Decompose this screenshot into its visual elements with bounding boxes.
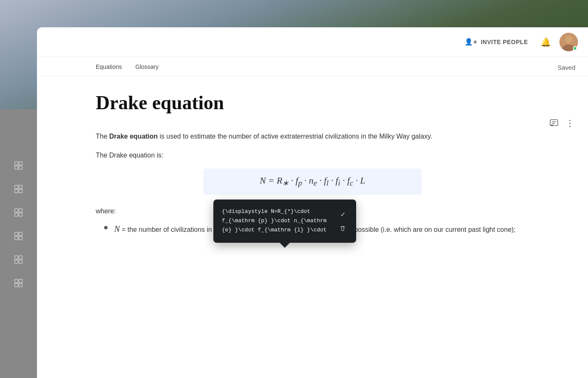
svg-rect-13 bbox=[19, 209, 22, 212]
svg-rect-15 bbox=[15, 232, 18, 236]
svg-rect-11 bbox=[15, 209, 18, 212]
popup-actions: ✓ bbox=[338, 207, 348, 235]
tab-glossary[interactable]: Glossary bbox=[135, 63, 158, 76]
comment-icon[interactable] bbox=[549, 119, 559, 130]
svg-rect-8 bbox=[15, 189, 18, 193]
page-content: Drake equation The Drake equation is use… bbox=[37, 76, 588, 373]
equation-intro: The Drake equation is: bbox=[96, 150, 529, 161]
drake-equation-bold: Drake equation bbox=[109, 133, 158, 140]
svg-rect-18 bbox=[19, 236, 22, 240]
equation-display: N = R∗ · fp · ne · fl · fi · fc · L bbox=[203, 168, 422, 194]
intro-pre: The bbox=[96, 133, 109, 140]
bullet-dot bbox=[104, 226, 108, 229]
svg-rect-16 bbox=[15, 236, 18, 240]
svg-point-32 bbox=[570, 126, 571, 127]
intro-paragraph: The Drake equation is used to estimate t… bbox=[96, 131, 529, 142]
svg-rect-22 bbox=[19, 260, 22, 263]
delete-equation-button[interactable] bbox=[338, 223, 348, 235]
svg-rect-17 bbox=[19, 232, 22, 236]
tabs-bar: Equations Glossary bbox=[37, 57, 588, 76]
svg-rect-7 bbox=[15, 185, 18, 189]
svg-rect-14 bbox=[19, 213, 22, 216]
svg-rect-24 bbox=[15, 284, 18, 287]
confirm-equation-button[interactable]: ✓ bbox=[338, 209, 348, 220]
more-options-icon[interactable] bbox=[565, 119, 575, 130]
svg-point-31 bbox=[570, 123, 571, 124]
code-line-3: {e} }\cdot f_{\mathrm {l} }\cdot bbox=[222, 226, 331, 235]
sidebar-icon-6[interactable] bbox=[13, 277, 24, 289]
svg-rect-27 bbox=[550, 120, 558, 126]
add-person-icon: 👤+ bbox=[465, 38, 477, 46]
online-status-dot bbox=[573, 46, 577, 50]
intro-post: is used to estimate the number of active… bbox=[158, 133, 433, 140]
svg-point-30 bbox=[570, 120, 571, 121]
sidebar-icon-4[interactable] bbox=[13, 230, 24, 242]
svg-rect-25 bbox=[19, 279, 22, 283]
sidebar-icon-2[interactable] bbox=[13, 183, 24, 195]
svg-rect-23 bbox=[15, 279, 18, 283]
invite-people-button[interactable]: 👤+ INVITE PEOPLE bbox=[460, 35, 532, 48]
tab-equations[interactable]: Equations bbox=[96, 63, 122, 76]
page-title: Drake equation bbox=[96, 92, 529, 114]
svg-rect-4 bbox=[15, 166, 18, 169]
svg-rect-10 bbox=[19, 189, 22, 193]
header-bar: 👤+ INVITE PEOPLE 🔔 bbox=[37, 27, 588, 57]
equation-rendered: N = R∗ · fp · ne · fl · fi · fc · L bbox=[260, 175, 365, 186]
svg-point-1 bbox=[565, 36, 572, 43]
svg-rect-5 bbox=[19, 162, 22, 165]
popup-inner: {\displaystyle N=R_{*}\cdot f_{\mathrm {… bbox=[222, 207, 348, 235]
header-actions: 👤+ INVITE PEOPLE 🔔 bbox=[460, 33, 578, 51]
sidebar-icon-1[interactable] bbox=[13, 160, 24, 171]
sidebar-icon-3[interactable] bbox=[13, 207, 24, 218]
collapse-icon: « bbox=[13, 113, 18, 121]
code-line-1: {\displaystyle N=R_{*}\cdot bbox=[222, 207, 331, 216]
sidebar-icon-5[interactable] bbox=[13, 254, 24, 265]
svg-rect-20 bbox=[15, 260, 18, 263]
content-top-icons bbox=[549, 119, 575, 130]
svg-rect-9 bbox=[19, 185, 22, 189]
user-avatar[interactable] bbox=[559, 33, 578, 51]
saved-status: Saved bbox=[557, 64, 575, 71]
svg-rect-26 bbox=[19, 284, 22, 287]
equation-editor-popup: {\displaystyle N=R_{*}\cdot f_{\mathrm {… bbox=[213, 200, 356, 243]
svg-rect-21 bbox=[19, 256, 22, 259]
variable-N: N bbox=[114, 224, 120, 234]
svg-rect-12 bbox=[15, 213, 18, 216]
sidebar-icons bbox=[0, 160, 37, 289]
collapse-sidebar-button[interactable]: « bbox=[13, 113, 18, 121]
svg-rect-19 bbox=[15, 256, 18, 259]
notification-bell-icon[interactable]: 🔔 bbox=[541, 37, 551, 47]
code-line-2: f_{\mathrm {p} }\cdot n_{\mathrm bbox=[222, 216, 331, 226]
svg-rect-6 bbox=[19, 166, 22, 169]
content-area: Equations Glossary Drake equation The Dr… bbox=[37, 57, 588, 378]
invite-label: INVITE PEOPLE bbox=[481, 39, 528, 45]
equation-code: {\displaystyle N=R_{*}\cdot f_{\mathrm {… bbox=[222, 207, 331, 235]
svg-rect-3 bbox=[15, 162, 18, 165]
